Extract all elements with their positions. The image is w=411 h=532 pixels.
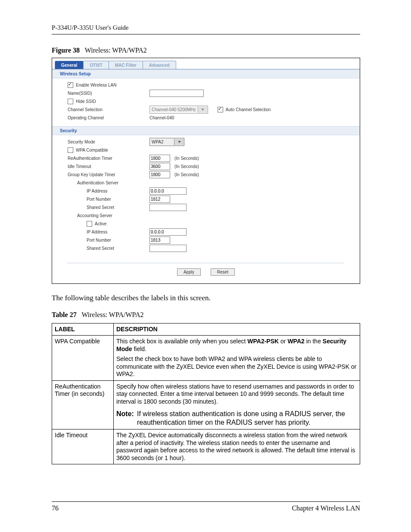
- chevron-down-icon: [198, 106, 208, 113]
- label-acct-secret: Shared Secret: [68, 246, 149, 251]
- label-channel-selection: Channel Selection: [68, 107, 149, 112]
- label-auth-port: Port Number: [68, 197, 149, 202]
- section-security: Security: [52, 126, 360, 135]
- table-label: Table 27: [52, 311, 77, 318]
- table-row: ReAuthentication Timer (in seconds) Spec…: [52, 380, 360, 429]
- reset-button[interactable]: Reset: [211, 268, 235, 276]
- input-idle-timeout[interactable]: [149, 163, 170, 170]
- th-description: DESCRIPTION: [114, 323, 360, 336]
- cell-desc: This check box is available only when yo…: [114, 336, 360, 381]
- label-idle-timeout: Idle Timeout: [68, 164, 149, 169]
- cell-label: ReAuthentication Timer (in seconds): [52, 380, 114, 429]
- figure-caption: Figure 38 Wireless: WPA/WPA2: [52, 47, 360, 54]
- label-acct-port: Port Number: [68, 238, 149, 243]
- input-auth-port[interactable]: [149, 196, 170, 203]
- tab-bar: General OTIST MAC Filter Advanced: [52, 58, 360, 69]
- unit-seconds: (In Seconds): [174, 156, 199, 161]
- checkbox-enable-wlan[interactable]: [68, 82, 73, 88]
- checkbox-wpa-compatible[interactable]: [68, 147, 73, 153]
- input-group-key-timer[interactable]: [149, 171, 170, 178]
- input-acct-port[interactable]: [149, 236, 170, 244]
- chevron-down-icon: [174, 139, 184, 145]
- input-acct-secret[interactable]: [149, 245, 187, 252]
- cell-desc: The ZyXEL Device automatically disconnec…: [114, 429, 360, 464]
- figure-title: Wireless: WPA/WPA2: [85, 47, 147, 54]
- input-reauth-timer[interactable]: [149, 155, 170, 162]
- label-wpa-compatible: WPA Compatible: [76, 148, 108, 152]
- label-enable-wlan: Enable Wireless LAN: [76, 83, 116, 87]
- input-ssid[interactable]: [149, 90, 204, 97]
- screenshot-panel: General OTIST MAC Filter Advanced Wirele…: [52, 58, 360, 284]
- chapter-label: Chapter 4 Wireless LAN: [292, 504, 360, 512]
- th-label: LABEL: [52, 323, 114, 336]
- note-block: Note: If wireless station authentication…: [116, 410, 357, 427]
- footer-rule: [52, 501, 360, 502]
- checkbox-hide-ssid[interactable]: [68, 99, 73, 104]
- table-header-row: LABEL DESCRIPTION: [52, 323, 360, 336]
- input-auth-ip[interactable]: [149, 187, 187, 195]
- page-footer: 76 Chapter 4 Wireless LAN: [52, 501, 360, 512]
- cell-label: Idle Timeout: [52, 429, 114, 464]
- note-text: If wireless station authentication is do…: [137, 410, 357, 427]
- page-number: 76: [52, 504, 59, 512]
- input-auth-secret[interactable]: [149, 204, 187, 211]
- tab-advanced[interactable]: Advanced: [143, 61, 176, 69]
- description-table: LABEL DESCRIPTION WPA Compatible This ch…: [52, 323, 360, 465]
- table-row: Idle Timeout The ZyXEL Device automatica…: [52, 429, 360, 464]
- select-channel-value: Channel-040 5200MHz: [150, 107, 198, 112]
- label-acct-active: Active: [95, 221, 106, 226]
- unit-seconds: (In Seconds): [174, 164, 199, 169]
- running-header: P-334U/P-335U User's Guide: [52, 24, 360, 31]
- table-caption: Table 27 Wireless: WPA/WPA2: [52, 311, 360, 319]
- label-reauth-timer: ReAuthentication Timer: [68, 156, 149, 161]
- unit-seconds: (In Seconds): [174, 172, 199, 177]
- label-auth-secret: Shared Secret: [68, 205, 149, 210]
- value-operating-channel: Channel-040: [149, 115, 174, 120]
- button-bar: Apply Reset: [68, 263, 344, 283]
- checkbox-auto-channel[interactable]: [218, 107, 223, 112]
- label-acct-server: Accounting Server: [68, 213, 149, 218]
- select-channel[interactable]: Channel-040 5200MHz: [149, 106, 208, 114]
- select-security-mode[interactable]: WPA2: [149, 138, 184, 146]
- label-operating-channel: Operating Channel: [68, 115, 149, 120]
- label-auto-channel: Auto Channel Selection: [226, 107, 271, 112]
- table-row: WPA Compatible This check box is availab…: [52, 336, 360, 381]
- header-rule: [52, 34, 360, 34]
- section-wireless-setup: Wireless Setup: [52, 69, 360, 78]
- figure-label: Figure 38: [52, 47, 80, 54]
- tab-otist[interactable]: OTIST: [83, 61, 109, 69]
- cell-desc: Specify how often wireless stations have…: [114, 380, 360, 429]
- label-auth-server: Authentication Server: [68, 180, 149, 185]
- label-ssid: Name(SSID): [68, 91, 149, 96]
- label-acct-ip: IP Address: [68, 230, 149, 234]
- input-acct-ip[interactable]: [149, 228, 187, 236]
- label-hide-ssid: Hide SSID: [76, 99, 96, 104]
- intro-paragraph: The following table describes the labels…: [52, 293, 360, 303]
- cell-label: WPA Compatible: [52, 336, 114, 381]
- select-security-mode-value: WPA2: [150, 140, 174, 144]
- table-title: Wireless: WPA/WPA2: [81, 311, 143, 318]
- tab-mac-filter[interactable]: MAC Filter: [109, 61, 143, 69]
- tab-general[interactable]: General: [55, 61, 84, 69]
- label-auth-ip: IP Address: [68, 189, 149, 193]
- note-label: Note:: [116, 410, 137, 427]
- checkbox-acct-active[interactable]: [87, 221, 92, 227]
- apply-button[interactable]: Apply: [177, 268, 201, 276]
- label-group-key-timer: Group Key Update Timer: [68, 172, 149, 177]
- label-security-mode: Security Mode: [68, 140, 149, 144]
